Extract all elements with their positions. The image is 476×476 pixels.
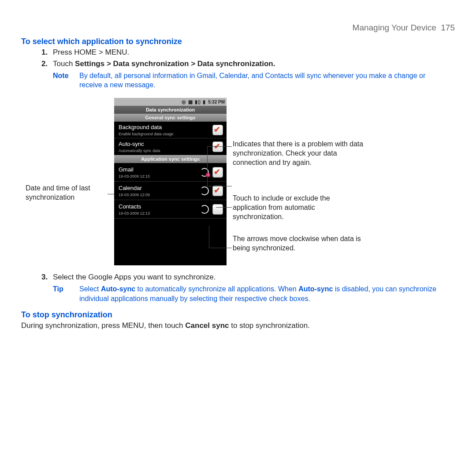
left-callouts: Date and time of last synchronization: [21, 98, 112, 265]
alert-icon: !: [206, 173, 210, 177]
leader-line: [207, 146, 232, 147]
tip-text: Select Auto-sync to automatically synchr…: [79, 284, 446, 303]
status-icons: ◎ ▦ ▮▯ ▮: [182, 98, 206, 106]
page-number: 175: [441, 23, 455, 32]
row-subtitle: 19-03-2009 12:13: [119, 211, 200, 216]
step-2: 2. Touch Settings > Data synchronization…: [41, 59, 455, 69]
status-bar: ◎ ▦ ▮▯ ▮ 5:32 PM: [114, 98, 227, 106]
step-3: 3. Select the Google Apps you want to sy…: [41, 272, 455, 283]
step-text: Press HOME > MENU.: [53, 48, 455, 58]
row-title: Background data: [119, 123, 212, 131]
checkbox-icon[interactable]: [212, 186, 223, 196]
screen-title: Data synchronization: [114, 106, 227, 114]
callout-include-exclude: Touch to include or exclude the applicat…: [233, 194, 365, 221]
row-title: Auto-sync: [119, 140, 212, 148]
callout-sync-problem: Indicates that there is a problem with d…: [233, 140, 365, 167]
section-heading: To select which application to synchroni…: [21, 36, 455, 47]
row-subtitle: 19-03-2009 12:09: [119, 192, 200, 197]
row-title: Calendar: [119, 184, 200, 192]
leader-line: [216, 207, 232, 208]
checkbox-icon[interactable]: [212, 141, 223, 152]
leader-line: [207, 186, 232, 186]
section-general: General sync settings: [114, 114, 227, 122]
step-text: Select the Google Apps you want to synch…: [53, 272, 455, 283]
row-background-data[interactable]: Background data Enable background data u…: [114, 122, 227, 138]
row-gmail[interactable]: Gmail 19-03-2009 12:15 !: [114, 163, 227, 182]
section-apps: Application sync settings: [114, 155, 227, 163]
row-title: Gmail: [119, 166, 200, 174]
chapter-title: Managing Your Device: [353, 23, 436, 32]
section-heading: To stop synchronization: [21, 309, 455, 320]
callout-last-sync: Date and time of last synchronization: [26, 184, 112, 202]
figure: Date and time of last synchronization ◎ …: [21, 98, 455, 265]
note-block: Note By default, all personal informatio…: [53, 71, 446, 90]
step-number: 1.: [41, 48, 53, 58]
note-text: By default, all personal information in …: [79, 71, 446, 90]
row-contacts[interactable]: Contacts 19-03-2009 12:13: [114, 200, 227, 219]
leader-line: [209, 248, 232, 248]
sync-icon: !: [200, 168, 209, 177]
step-1: 1. Press HOME > MENU.: [41, 48, 455, 58]
callout-arrows: The arrows move clockwise when data is b…: [233, 234, 365, 253]
checkbox-icon[interactable]: [212, 125, 223, 135]
checkbox-icon[interactable]: [212, 167, 223, 178]
leader-line: [207, 146, 208, 186]
step-number: 2.: [41, 59, 53, 69]
sync-icon: [200, 205, 209, 214]
tip-block: Tip Select Auto-sync to automatically sy…: [53, 284, 446, 303]
phone-screenshot: ◎ ▦ ▮▯ ▮ 5:32 PM Data synchronization Ge…: [114, 98, 227, 265]
status-time: 5:32 PM: [208, 100, 225, 104]
leader-line: [209, 226, 209, 248]
tip-label: Tip: [53, 284, 79, 303]
row-subtitle: 19-03-2009 12:15: [119, 174, 200, 179]
row-calendar[interactable]: Calendar 19-03-2009 12:09: [114, 182, 227, 200]
checkbox-icon[interactable]: [212, 204, 223, 215]
row-subtitle: Enable background data usage: [119, 131, 212, 137]
row-title: Contacts: [119, 203, 200, 211]
note-label: Note: [53, 71, 79, 90]
sync-icon: [200, 186, 209, 195]
body-text: During synchronization, press MENU, then…: [21, 321, 455, 331]
page-header: Managing Your Device 175: [21, 22, 455, 33]
step-number: 3.: [41, 272, 53, 283]
row-subtitle: Automatically sync data: [119, 148, 212, 153]
row-auto-sync[interactable]: Auto-sync Automatically sync data: [114, 138, 227, 155]
right-callouts: Indicates that there is a problem with d…: [233, 98, 369, 265]
step-text: Touch Settings > Data synchronization > …: [53, 59, 455, 69]
